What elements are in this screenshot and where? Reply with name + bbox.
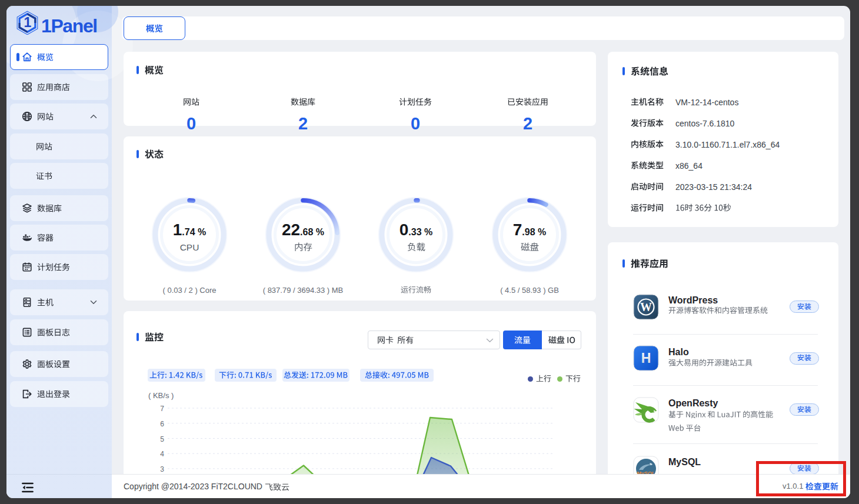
svg-text:W: W	[640, 301, 652, 313]
svg-text:H: H	[641, 351, 651, 366]
